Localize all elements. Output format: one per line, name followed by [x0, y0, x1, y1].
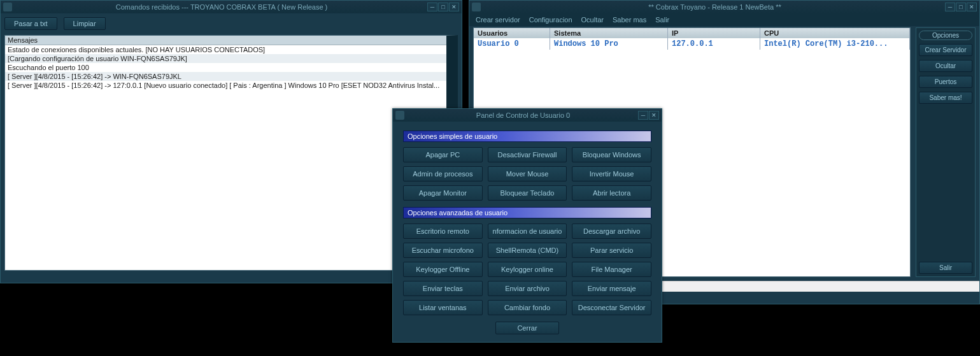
- list-item[interactable]: [ Server ][4/8/2015 - [15:26:42] -> 127:…: [5, 81, 446, 90]
- table-row[interactable]: Usuario 0 Windows 10 Pro 127.0.0.1 Intel…: [474, 38, 910, 50]
- minimize-button[interactable]: ─: [638, 111, 648, 120]
- cell-usuario: Usuario 0: [474, 38, 550, 50]
- window-title: Comandos recibidos --- TROYANO COBRAX BE…: [16, 3, 427, 11]
- menu-crear-servidor[interactable]: Crear servidor: [476, 16, 520, 24]
- menu-salir[interactable]: Salir: [655, 16, 669, 24]
- apagar-monitor-button[interactable]: Apagar Monitor: [403, 185, 483, 201]
- col-cpu[interactable]: CPU: [760, 28, 910, 38]
- mover-mouse-button[interactable]: Mover Mouse: [488, 166, 567, 182]
- advanced-options-grid: Escritorio remoto nformacion de usuario …: [403, 224, 651, 315]
- enviar-archivo-button[interactable]: Enviar archivo: [488, 281, 567, 296]
- list-item[interactable]: Estado de conexiones disponibles actuale…: [5, 45, 446, 54]
- cell-sistema: Windows 10 Pro: [550, 38, 668, 50]
- section-avanzadas-header: Opciones avanzadas de usuario: [403, 207, 651, 218]
- maximize-button[interactable]: □: [956, 3, 966, 11]
- opciones-title: Opciones: [919, 31, 972, 40]
- bloquear-teclado-button[interactable]: Bloquear Teclado: [488, 185, 567, 201]
- puertos-button[interactable]: Puertos: [919, 76, 972, 88]
- enviar-teclas-button[interactable]: Enviar teclas: [403, 281, 483, 296]
- list-header: Mensajes: [5, 36, 446, 45]
- simple-options-grid: Apagar PC Desactivar Firewall Bloquear W…: [403, 147, 651, 201]
- listar-ventanas-button[interactable]: Listar ventanas: [403, 300, 483, 315]
- menu-ocultar[interactable]: Ocultar: [581, 16, 604, 24]
- apagar-pc-button[interactable]: Apagar PC: [403, 147, 483, 162]
- bloquear-windows-button[interactable]: Bloquear Windows: [572, 147, 651, 162]
- menubar: Crear servidor Configuracion Ocultar Sab…: [469, 13, 979, 26]
- parar-servicio-button[interactable]: Parar servicio: [572, 243, 651, 258]
- window-panel-control: Panel de Control de Usuario 0 ─ ✕ Opcion…: [392, 108, 662, 343]
- minimize-button[interactable]: ─: [427, 3, 437, 11]
- window-title: ** Cobrax Troyano - Release 1 NewBeta **: [485, 3, 945, 11]
- table-header: Usuarios Sistema IP CPU: [474, 28, 910, 38]
- keylogger-offline-button[interactable]: Keylogger Offline: [403, 262, 483, 277]
- app-icon: [3, 3, 12, 11]
- opciones-panel: Opciones Crear Servidor Ocultar Puertos …: [916, 27, 976, 277]
- cambiar-fondo-button[interactable]: Cambiar fondo: [488, 300, 567, 315]
- list-item[interactable]: Escuchando el puerto 100: [5, 63, 446, 72]
- invertir-mouse-button[interactable]: Invertir Mouse: [572, 166, 651, 182]
- keylogger-online-button[interactable]: Keylogger online: [488, 262, 567, 277]
- file-manager-button[interactable]: File Manager: [572, 262, 651, 277]
- escritorio-remoto-button[interactable]: Escritorio remoto: [403, 224, 483, 239]
- close-button[interactable]: ✕: [449, 3, 459, 11]
- col-ip[interactable]: IP: [668, 28, 760, 38]
- crear-servidor-button[interactable]: Crear Servidor: [919, 44, 972, 56]
- section-simple-header: Opciones simples de usuario: [403, 131, 651, 142]
- desconectar-servidor-button[interactable]: Desconectar Servidor: [572, 300, 651, 315]
- titlebar[interactable]: Panel de Control de Usuario 0 ─ ✕: [393, 109, 662, 122]
- menu-configuracion[interactable]: Configuracion: [529, 16, 572, 24]
- app-icon: [472, 3, 481, 11]
- minimize-button[interactable]: ─: [945, 3, 955, 11]
- cell-ip: 127.0.0.1: [668, 38, 760, 50]
- limpiar-button[interactable]: Limpiar: [64, 17, 106, 30]
- titlebar[interactable]: ** Cobrax Troyano - Release 1 NewBeta **…: [469, 1, 979, 13]
- mensajes-listbox[interactable]: Mensajes Estado de conexiones disponible…: [4, 35, 458, 271]
- pasar-a-txt-button[interactable]: Pasar a txt: [4, 17, 57, 30]
- maximize-button[interactable]: □: [438, 3, 448, 11]
- desactivar-firewall-button[interactable]: Desactivar Firewall: [488, 147, 567, 162]
- salir-button[interactable]: Salir: [919, 262, 972, 274]
- shell-remota-button[interactable]: ShellRemota (CMD): [488, 243, 567, 258]
- saber-mas-button[interactable]: Saber mas!: [919, 92, 972, 104]
- list-item[interactable]: [ Server ][4/8/2015 - [15:26:42] -> WIN-…: [5, 72, 446, 81]
- menu-saber-mas[interactable]: Saber mas: [613, 16, 646, 24]
- enviar-mensaje-button[interactable]: Enviar mensaje: [572, 281, 651, 296]
- descargar-archivo-button[interactable]: Descargar archivo: [572, 224, 651, 239]
- close-button[interactable]: ✕: [967, 3, 977, 11]
- list-item[interactable]: [Cargando configuración de usuario WIN-F…: [5, 54, 446, 63]
- close-button[interactable]: ✕: [649, 111, 659, 120]
- titlebar[interactable]: Comandos recibidos --- TROYANO COBRAX BE…: [1, 1, 462, 13]
- cerrar-button[interactable]: Cerrar: [495, 322, 559, 334]
- cell-cpu: Intel(R) Core(TM) i3-210...: [760, 38, 910, 50]
- abrir-lectora-button[interactable]: Abrir lectora: [572, 185, 651, 201]
- app-icon: [395, 111, 404, 120]
- window-title: Panel de Control de Usuario 0: [408, 111, 638, 119]
- ocultar-button[interactable]: Ocultar: [919, 60, 972, 72]
- informacion-usuario-button[interactable]: nformacion de usuario: [488, 224, 567, 239]
- col-usuarios[interactable]: Usuarios: [474, 28, 550, 38]
- escuchar-microfono-button[interactable]: Escuchar microfono: [403, 243, 483, 258]
- admin-procesos-button[interactable]: Admin de procesos: [403, 166, 483, 182]
- col-sistema[interactable]: Sistema: [550, 28, 668, 38]
